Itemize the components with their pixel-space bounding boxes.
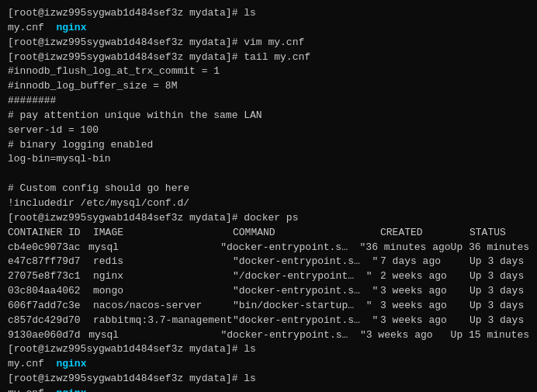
line-blank bbox=[8, 167, 529, 182]
line-8: # pay attention unique within the same L… bbox=[8, 109, 529, 123]
line-6: #innodb_log_buffer_size = 8M bbox=[8, 79, 529, 94]
nginx-highlight: nginx bbox=[56, 358, 86, 369]
line-nginx1: my.cnf nginx bbox=[8, 357, 529, 372]
table-row: cb4e0c9073ac mysql "docker-entrypoint.s…… bbox=[8, 241, 529, 255]
line-10: # binary logging enabled bbox=[8, 138, 529, 153]
table-header-row: CONTAINER ID IMAGE COMMAND CREATED STATU… bbox=[8, 226, 529, 241]
line-3: [root@izwz995sygwab1d484sef3z mydata]# v… bbox=[8, 36, 529, 50]
nginx-highlight: nginx bbox=[56, 22, 86, 33]
line-9: server-id = 100 bbox=[8, 123, 529, 138]
line-14: [root@izwz995sygwab1d484sef3z mydata]# d… bbox=[8, 211, 529, 226]
line-1: [root@izwz995sygwab1d484sef3z mydata]# l… bbox=[8, 6, 529, 21]
col-header-image: IMAGE bbox=[93, 226, 233, 241]
terminal: [root@izwz995sygwab1d484sef3z mydata]# l… bbox=[8, 6, 529, 392]
table-row: e47c87ff79d7 redis "docker-entrypoint.s…… bbox=[8, 255, 529, 269]
line-4: [root@izwz995sygwab1d484sef3z mydata]# t… bbox=[8, 50, 529, 65]
table-row: 03c804aa4062 mongo "docker-entrypoint.s…… bbox=[8, 284, 529, 299]
nginx-highlight: nginx bbox=[56, 387, 86, 392]
table-row: 9130ae060d7d mysql "docker-entrypoint.s…… bbox=[8, 328, 529, 343]
line-13: !includedir /etc/mysql/conf.d/ bbox=[8, 196, 529, 211]
line-nginx2: my.cnf nginx bbox=[8, 387, 529, 392]
line-12: # Custom config should go here bbox=[8, 182, 529, 196]
line-ls1: [root@izwz995sygwab1d484sef3z mydata]# l… bbox=[8, 342, 529, 357]
table-row: 27075e8f73c1 nginx "/docker-entrypoint… … bbox=[8, 269, 529, 284]
table-row: c857dc429d70 rabbitmq:3.7-management "do… bbox=[8, 314, 529, 328]
output-text: my.cnf bbox=[8, 22, 56, 33]
line-7: ######## bbox=[8, 94, 529, 109]
col-header-status: STATUS bbox=[469, 226, 506, 241]
col-header-container: CONTAINER ID bbox=[8, 226, 93, 241]
col-header-command: COMMAND bbox=[233, 226, 380, 241]
line-11: log-bin=mysql-bin bbox=[8, 152, 529, 167]
table-row: 606f7add7c3e nacos/nacos-server "bin/doc… bbox=[8, 299, 529, 314]
line-5: #innodb_flush_log_at_trx_commit = 1 bbox=[8, 64, 529, 79]
line-2: my.cnf nginx bbox=[8, 21, 529, 36]
line-ls2: [root@izwz995sygwab1d484sef3z mydata]# l… bbox=[8, 372, 529, 387]
col-header-created: CREATED bbox=[380, 226, 469, 241]
